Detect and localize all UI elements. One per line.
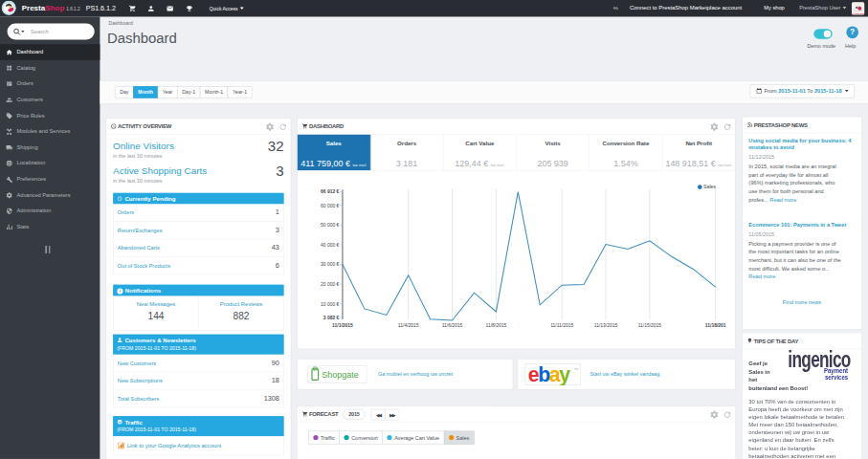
svg-text:11/8/2015: 11/8/2015 bbox=[486, 323, 507, 328]
svg-text:50 000 €: 50 000 € bbox=[321, 223, 340, 228]
svg-text:11/1/2015: 11/1/2015 bbox=[332, 323, 353, 328]
svg-text:66 912 €: 66 912 € bbox=[321, 189, 340, 194]
svg-text:11/15/2015: 11/15/2015 bbox=[638, 323, 662, 328]
svg-text:11/18/201: 11/18/201 bbox=[705, 323, 726, 328]
svg-text:PrestaShop: PrestaShop bbox=[853, 12, 865, 14]
svg-text:60 000 €: 60 000 € bbox=[321, 204, 340, 208]
svg-text:11/4/2015: 11/4/2015 bbox=[398, 323, 419, 328]
svg-text:Sales: Sales bbox=[703, 184, 716, 189]
svg-text:11/13/2015: 11/13/2015 bbox=[594, 323, 618, 328]
svg-text:ebay: ebay bbox=[528, 363, 570, 385]
svg-text:20 000 €: 20 000 € bbox=[321, 282, 340, 287]
svg-text:11/6/2015: 11/6/2015 bbox=[442, 323, 463, 328]
svg-text:30 000 €: 30 000 € bbox=[321, 262, 340, 267]
svg-text:11/11/2015: 11/11/2015 bbox=[550, 323, 573, 328]
svg-text:™: ™ bbox=[573, 367, 578, 372]
svg-text:3 082 €: 3 082 € bbox=[323, 316, 340, 320]
svg-text:40 000 €: 40 000 € bbox=[321, 243, 340, 248]
svg-text:Shopgate: Shopgate bbox=[322, 370, 358, 380]
svg-text:10 000 €: 10 000 € bbox=[321, 302, 340, 307]
